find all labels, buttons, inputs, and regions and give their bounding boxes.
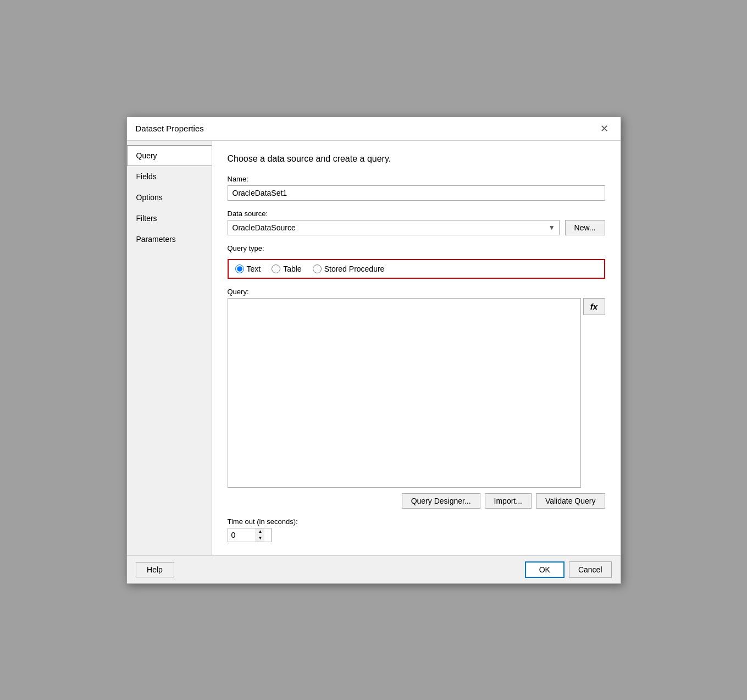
section-heading: Choose a data source and create a query. <box>228 154 605 164</box>
fx-button[interactable]: fx <box>583 298 605 315</box>
query-area-wrapper: fx <box>228 298 605 488</box>
spinner-buttons: ▲ ▼ <box>256 528 265 542</box>
name-field-group: Name: <box>228 175 605 201</box>
query-type-box: Text Table Stored Procedure <box>228 259 605 279</box>
timeout-input[interactable] <box>228 528 256 542</box>
help-button[interactable]: Help <box>136 562 174 577</box>
query-textarea[interactable] <box>228 299 580 487</box>
sidebar-item-filters[interactable]: Filters <box>127 208 212 229</box>
footer-right: OK Cancel <box>525 561 612 578</box>
query-type-section: Query type: Text Table Stored Procedure <box>228 244 605 279</box>
datasource-select[interactable]: OracleDataSource <box>228 220 560 235</box>
sidebar-item-fields[interactable]: Fields <box>127 166 212 187</box>
radio-table-label[interactable]: Table <box>283 264 301 273</box>
sidebar-item-query[interactable]: Query <box>127 145 212 166</box>
close-button[interactable]: ✕ <box>597 123 612 135</box>
dataset-properties-dialog: Dataset Properties ✕ Query Fields Option… <box>126 117 621 584</box>
query-section: Query: fx Query Designer... Import... Va… <box>228 288 605 509</box>
spinner-up-button[interactable]: ▲ <box>256 528 265 535</box>
radio-stored-input[interactable] <box>313 264 322 273</box>
query-label: Query: <box>228 288 605 296</box>
new-button[interactable]: New... <box>565 220 605 235</box>
name-label: Name: <box>228 175 605 183</box>
query-textarea-container <box>228 298 581 488</box>
title-bar: Dataset Properties ✕ <box>127 117 621 141</box>
datasource-field-group: Data source: OracleDataSource ▼ New... <box>228 210 605 235</box>
dialog-footer: Help OK Cancel <box>127 555 621 583</box>
dialog-title: Dataset Properties <box>136 124 204 133</box>
timeout-label: Time out (in seconds): <box>228 517 605 526</box>
timeout-spinner: ▲ ▼ <box>228 528 272 542</box>
import-button[interactable]: Import... <box>485 493 532 509</box>
datasource-label: Data source: <box>228 210 605 218</box>
name-input[interactable] <box>228 185 605 201</box>
query-designer-button[interactable]: Query Designer... <box>402 493 480 509</box>
radio-stored-label[interactable]: Stored Procedure <box>324 264 385 273</box>
validate-query-button[interactable]: Validate Query <box>536 493 605 509</box>
cancel-button[interactable]: Cancel <box>569 561 612 578</box>
radio-text-label[interactable]: Text <box>247 264 261 273</box>
query-type-label: Query type: <box>228 244 605 252</box>
sidebar: Query Fields Options Filters Parameters <box>127 141 212 555</box>
query-buttons-row: Query Designer... Import... Validate Que… <box>228 493 605 509</box>
dialog-body: Query Fields Options Filters Parameters … <box>127 141 621 555</box>
sidebar-item-parameters[interactable]: Parameters <box>127 229 212 250</box>
datasource-row: OracleDataSource ▼ New... <box>228 220 605 235</box>
spinner-down-button[interactable]: ▼ <box>256 535 265 542</box>
datasource-select-wrapper: OracleDataSource ▼ <box>228 220 560 235</box>
radio-table-item[interactable]: Table <box>272 264 301 273</box>
radio-text-item[interactable]: Text <box>235 264 261 273</box>
main-content: Choose a data source and create a query.… <box>212 141 621 555</box>
timeout-section: Time out (in seconds): ▲ ▼ <box>228 517 605 542</box>
radio-text-input[interactable] <box>235 264 244 273</box>
ok-button[interactable]: OK <box>525 561 565 578</box>
radio-table-input[interactable] <box>272 264 280 273</box>
radio-stored-item[interactable]: Stored Procedure <box>313 264 385 273</box>
sidebar-item-options[interactable]: Options <box>127 187 212 208</box>
